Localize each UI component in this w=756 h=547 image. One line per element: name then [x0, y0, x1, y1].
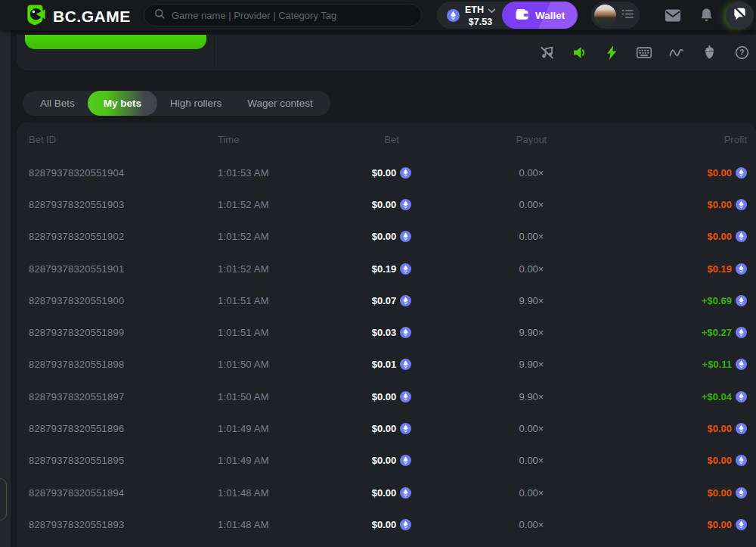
panel-divider	[214, 35, 215, 67]
bet-profit: $0.00	[707, 455, 747, 466]
eth-coin-icon	[400, 263, 411, 275]
bet-payout: 0.00×	[519, 167, 544, 179]
table-row[interactable]: 82879378320551901 1:01:52 AM $0.19 0.00×…	[17, 253, 756, 284]
brand-logo[interactable]: BC.GAME	[24, 4, 131, 29]
sound-on-icon[interactable]	[572, 45, 587, 61]
bet-payout: 0.00×	[519, 231, 544, 242]
tab-high-rollers[interactable]: High rollers	[157, 91, 234, 116]
wallet-button-label: Wallet	[535, 10, 565, 21]
search-icon	[153, 8, 166, 23]
bet-time: 1:01:48 AM	[218, 487, 324, 499]
chat-toggle-button[interactable]	[726, 2, 754, 30]
currency-selector[interactable]: ETH $7.53	[465, 3, 496, 28]
eth-coin-icon	[400, 167, 411, 179]
eth-coin-icon	[447, 9, 460, 22]
mail-icon[interactable]	[665, 9, 681, 25]
table-row[interactable]: 82879378320551898 1:01:50 AM $0.01 9.90×…	[17, 349, 756, 381]
bet-amount: $0.00	[372, 423, 412, 434]
top-navbar: BC.GAME ETH $7.53	[0, 0, 756, 30]
table-row[interactable]: 82879378320551900 1:01:51 AM $0.07 9.90×…	[17, 284, 756, 316]
table-row[interactable]: 82879378320551904 1:01:53 AM $0.00 0.00×…	[17, 157, 756, 188]
table-row[interactable]: 82879378320551895 1:01:49 AM $0.00 0.00×…	[17, 445, 756, 477]
wallet-icon	[515, 8, 529, 23]
eth-coin-icon	[736, 295, 747, 306]
eth-coin-icon	[400, 295, 411, 306]
bet-profit: $0.19	[707, 263, 747, 275]
bet-amount: $0.00	[372, 167, 412, 179]
table-row[interactable]: 82879378320551897 1:01:50 AM $0.00 9.90×…	[17, 381, 756, 412]
bet-id: 82879378320551901	[29, 263, 218, 275]
avatar	[594, 5, 616, 26]
bet-amount: $0.00	[372, 487, 412, 499]
table-row[interactable]: 82879378320551903 1:01:52 AM $0.00 0.00×…	[17, 188, 756, 220]
live-stats-icon[interactable]	[669, 45, 684, 61]
bet-profit: $0.00	[707, 487, 747, 499]
sidebar-edge	[0, 30, 11, 547]
eth-coin-icon	[736, 423, 747, 434]
eth-coin-icon	[400, 423, 411, 434]
table-row[interactable]: 82879378320551894 1:01:48 AM $0.00 0.00×…	[17, 477, 756, 508]
bet-profit: +$0.11	[702, 359, 747, 370]
eth-coin-icon	[400, 391, 411, 402]
bet-payout: 9.90×	[519, 391, 544, 402]
eth-coin-icon	[400, 519, 411, 530]
balance-group: ETH $7.53 Wallet	[437, 2, 578, 29]
currency-code: ETH	[465, 5, 484, 15]
eth-coin-icon	[736, 519, 747, 530]
tab-all-bets[interactable]: All Bets	[27, 91, 88, 116]
table-row[interactable]: 82879378320551902 1:01:52 AM $0.00 0.00×…	[17, 221, 756, 253]
game-toolbar: ?	[539, 35, 749, 70]
eth-coin-icon	[400, 359, 411, 370]
bet-profit: $0.00	[707, 199, 747, 210]
tab-my-bets[interactable]: My bets	[88, 91, 157, 116]
search-input[interactable]	[172, 10, 412, 21]
music-muted-icon[interactable]	[539, 45, 554, 61]
bet-amount: $0.00	[372, 391, 412, 402]
bet-id: 82879378320551896	[29, 423, 218, 434]
chat-muted-icon	[732, 6, 748, 25]
help-icon[interactable]: ?	[734, 45, 749, 61]
hotkeys-keyboard-icon[interactable]	[637, 45, 652, 61]
profile-menu[interactable]	[591, 2, 640, 29]
bet-button[interactable]	[25, 35, 206, 49]
bet-id: 82879378320551898	[29, 359, 218, 370]
balance-amount: $7.53	[469, 17, 492, 27]
turbo-lightning-icon[interactable]	[604, 45, 619, 61]
bet-profit: $0.00	[707, 231, 747, 242]
bet-payout: 0.00×	[519, 199, 544, 210]
bet-payout: 0.00×	[519, 423, 544, 434]
bet-id: 82879378320551902	[29, 231, 218, 242]
tab-wager-contest[interactable]: Wager contest	[234, 91, 326, 116]
bet-profit: +$0.04	[702, 391, 747, 402]
bets-tabs: All BetsMy betsHigh rollersWager contest	[23, 91, 330, 116]
bet-payout: 0.00×	[519, 487, 544, 499]
bet-amount: $0.03	[372, 327, 412, 338]
table-row[interactable]: 82879378320551899 1:01:51 AM $0.03 9.90×…	[17, 316, 756, 348]
game-panel-bottom: ?	[17, 35, 756, 70]
eth-coin-icon	[736, 199, 747, 210]
eth-coin-icon	[736, 167, 747, 179]
eth-coin-icon	[736, 487, 747, 499]
bet-profit: +$0.69	[702, 295, 747, 306]
table-header-row: Bet ID Time Bet Payout Profit	[17, 123, 756, 157]
notifications-bell-icon[interactable]	[700, 8, 713, 26]
bet-time: 1:01:49 AM	[218, 455, 324, 466]
eth-coin-icon	[400, 327, 411, 338]
bet-time: 1:01:52 AM	[218, 199, 324, 210]
table-row[interactable]: 82879378320551896 1:01:49 AM $0.00 0.00×…	[17, 412, 756, 444]
eth-coin-icon	[736, 231, 747, 242]
fairness-seed-icon[interactable]	[702, 45, 717, 61]
bet-time: 1:01:51 AM	[218, 295, 324, 306]
wallet-button[interactable]: Wallet	[502, 2, 578, 29]
table-body: 82879378320551904 1:01:53 AM $0.00 0.00×…	[17, 157, 756, 541]
bet-profit: $0.00	[707, 519, 747, 530]
bet-id: 82879378320551895	[29, 455, 218, 466]
eth-coin-icon	[400, 199, 411, 210]
col-header-payout: Payout	[516, 134, 547, 145]
table-row[interactable]: 82879378320551893 1:01:48 AM $0.00 0.00×…	[17, 508, 756, 540]
col-header-profit: Profit	[724, 134, 747, 145]
game-search	[144, 4, 422, 26]
bet-time: 1:01:51 AM	[218, 327, 324, 338]
sidebar-deco-outline	[0, 478, 7, 521]
bet-amount: $0.00	[372, 231, 412, 242]
